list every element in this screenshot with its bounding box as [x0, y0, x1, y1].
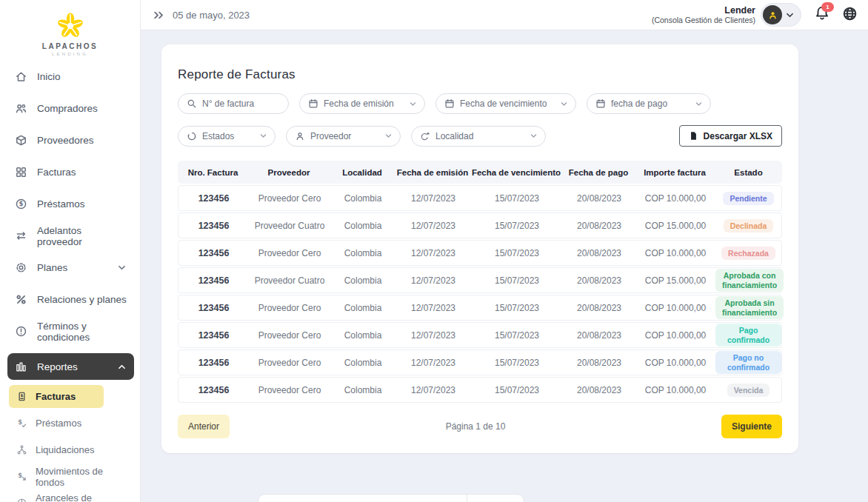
- sidebar-item-adelantos-proveedor[interactable]: Adelantos proveedor: [7, 226, 134, 246]
- lapachos-flower-icon: [56, 11, 85, 41]
- filter-localidad[interactable]: Localidad: [411, 126, 546, 147]
- sidebar-subitem-liquidaciones[interactable]: Liquidaciones: [9, 438, 134, 461]
- chevron-up-icon: [117, 362, 127, 372]
- next-page-button[interactable]: Siguiente: [721, 415, 782, 438]
- cube-icon: [15, 134, 27, 147]
- cell-localidad: Colombia: [330, 303, 395, 313]
- table-row[interactable]: 123456Proveedor CeroColombia12/07/202315…: [178, 349, 782, 375]
- column-header-fecha-de-vencimiento: Fecha de vencimiento: [470, 168, 562, 177]
- sidebar-item-compradores[interactable]: Compradores: [7, 98, 134, 118]
- sidebar-subitem-prestamos[interactable]: $Préstamos: [9, 412, 134, 435]
- filter-label: Fecha de vencimiento: [460, 98, 547, 109]
- notifications-button[interactable]: 1: [814, 5, 830, 24]
- sidebar-subitem-label: Movimientos de fondos: [36, 466, 127, 488]
- bottom-sheet-edge: [258, 494, 524, 502]
- sidebar-item-terminos-y-condiciones[interactable]: Términos y condiciones: [7, 321, 134, 341]
- grid-icon: [15, 166, 27, 178]
- cell-nro: 123456: [178, 330, 249, 341]
- document-icon: [689, 130, 698, 141]
- svg-text:$: $: [18, 472, 22, 479]
- sidebar-item-label: Términos y condiciones: [37, 321, 127, 343]
- cell-vencimiento: 15/07/2023: [471, 193, 563, 204]
- filter-fecha-de-vencimiento[interactable]: Fecha de vencimiento: [435, 93, 576, 114]
- cell-vencimiento: 15/07/2023: [471, 221, 563, 231]
- filter-label: fecha de pago: [611, 98, 667, 109]
- table-row[interactable]: 123456Proveedor CeroColombia12/07/202315…: [178, 377, 782, 403]
- cell-localidad: Colombia: [330, 275, 395, 286]
- account-menu[interactable]: [761, 3, 801, 27]
- sidebar: LAPACHOS LENDING InicioCompradoresProvee…: [0, 0, 141, 502]
- table-row[interactable]: 123456Proveedor CeroColombia12/07/202315…: [178, 295, 782, 321]
- receipt-icon: $: [16, 391, 27, 402]
- column-header-nro-factura: Nro. Factura: [178, 168, 248, 177]
- cell-emision: 12/07/2023: [395, 330, 471, 341]
- previous-page-button[interactable]: Anterior: [178, 415, 230, 438]
- status-badge: Declinada: [724, 219, 774, 233]
- cell-importe: COP 10.000,00: [635, 385, 715, 395]
- cell-localidad: Colombia: [330, 385, 395, 395]
- download-xlsx-button[interactable]: Descargar XLSX: [679, 125, 782, 147]
- sidebar-item-prestamos[interactable]: $Préstamos: [7, 194, 134, 214]
- percent-icon: [15, 293, 27, 306]
- filter-fecha-de-pago[interactable]: fecha de pago: [587, 93, 711, 114]
- sidebar-item-reportes[interactable]: Reportes: [7, 353, 134, 380]
- table-row[interactable]: 123456Proveedor CeroColombia12/07/202315…: [178, 185, 782, 211]
- chevron-down-icon: [117, 263, 127, 272]
- sidebar-item-relaciones-y-planes[interactable]: Relaciones y planes: [7, 290, 134, 309]
- sidebar-item-inicio[interactable]: Inicio: [7, 67, 134, 87]
- person-icon: [295, 131, 305, 141]
- sidebar-collapse-toggle[interactable]: [153, 9, 165, 21]
- sidebar-item-label: Inicio: [37, 71, 61, 82]
- network-icon: [16, 444, 27, 455]
- calendar-icon: [595, 98, 606, 109]
- filter-fecha-de-emision[interactable]: Fecha de emisión: [299, 93, 425, 114]
- table-row[interactable]: 123456Proveedor CeroColombia12/07/202315…: [178, 240, 782, 266]
- cell-proveedor: Proveedor Cuatro: [249, 275, 330, 286]
- sidebar-item-label: Planes: [37, 262, 67, 273]
- page-title: Reporte de Facturas: [178, 67, 782, 82]
- table-body: 123456Proveedor CeroColombia12/07/202315…: [178, 185, 782, 403]
- filter-proveedor[interactable]: Proveedor: [286, 126, 401, 147]
- logo-tagline: LENDING: [52, 52, 88, 56]
- filter-input-n-de-factura[interactable]: [202, 98, 281, 109]
- chevron-down-icon: [259, 132, 267, 140]
- current-date: 05 de mayo, 2023: [173, 10, 250, 21]
- sidebar-submenu: $Facturas$PréstamosLiquidaciones$Movimie…: [0, 385, 140, 502]
- sidebar-item-proveedores[interactable]: Proveedores: [7, 130, 134, 150]
- column-header-localidad: Localidad: [330, 168, 395, 177]
- table-row[interactable]: 123456Proveedor CeroColombia12/07/202315…: [178, 322, 782, 348]
- table-row[interactable]: 123456Proveedor CuatroColombia12/07/2023…: [178, 212, 782, 238]
- cell-pago: 20/08/2023: [563, 193, 635, 204]
- filter-n-de-factura[interactable]: [178, 93, 289, 114]
- cell-localidad: Colombia: [330, 358, 395, 368]
- filter-label: Localidad: [435, 131, 473, 141]
- sidebar-item-planes[interactable]: Planes: [7, 258, 134, 278]
- svg-text:$: $: [18, 418, 22, 426]
- cell-nro: 123456: [178, 358, 249, 368]
- cell-estado: Pago confirmado: [715, 324, 781, 347]
- sidebar-item-label: Préstamos: [37, 198, 85, 210]
- cell-estado: Rechazada: [715, 247, 781, 261]
- sidebar-subitem-movimientos-de-fondos[interactable]: $Movimientos de fondos: [9, 465, 134, 488]
- sidebar-subitem-label: Liquidaciones: [36, 444, 95, 455]
- chevron-down-icon: [695, 100, 703, 108]
- pagination: Anterior Página 1 de 10 Siguiente: [178, 415, 782, 438]
- sidebar-item-label: Proveedores: [37, 135, 94, 146]
- chevron-down-icon: [384, 132, 393, 140]
- chevron-down-icon: [409, 100, 417, 108]
- status-badge: Aprobada con financiamiento: [715, 269, 784, 292]
- sidebar-subitem-aranceles-de-servicios[interactable]: Aranceles de servicios: [9, 492, 134, 502]
- sidebar-subitem-facturas[interactable]: $Facturas: [9, 385, 104, 408]
- sidebar-item-facturas[interactable]: Facturas: [7, 162, 134, 182]
- chevron-down-icon: [560, 100, 568, 108]
- filter-estados[interactable]: Estados: [178, 126, 276, 147]
- page-info: Página 1 de 10: [230, 421, 721, 432]
- cell-emision: 12/07/2023: [395, 358, 471, 368]
- language-button[interactable]: [842, 6, 858, 24]
- cell-vencimiento: 15/07/2023: [471, 385, 563, 395]
- cell-estado: Aprobada con financiamiento: [715, 269, 784, 292]
- table-row[interactable]: 123456Proveedor CuatroColombia12/07/2023…: [178, 267, 782, 293]
- transfer-icon: [15, 230, 27, 242]
- cell-importe: COP 10.000,00: [635, 330, 715, 341]
- topbar: 05 de mayo, 2023 Lender (Consola Gestión…: [141, 0, 868, 30]
